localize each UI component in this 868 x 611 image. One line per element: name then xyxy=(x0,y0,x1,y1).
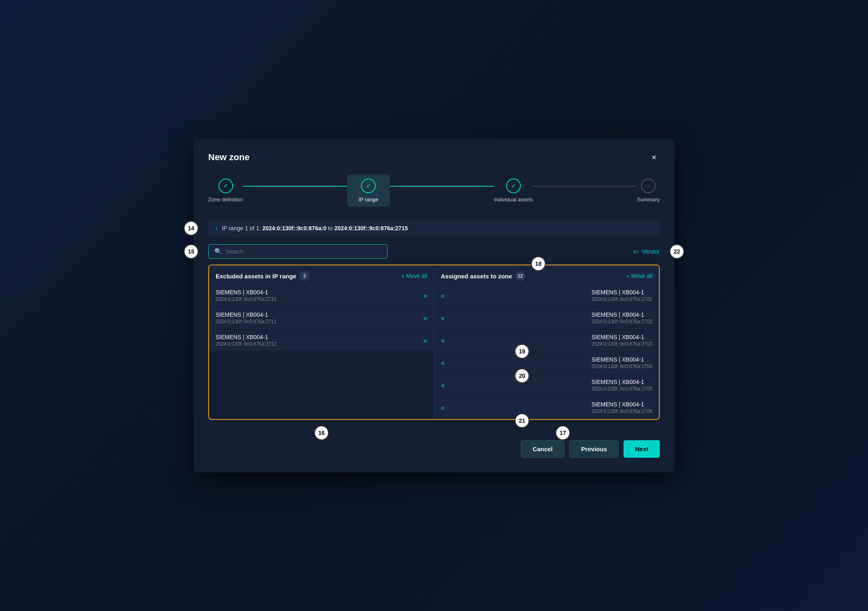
previous-button[interactable]: Previous xyxy=(569,440,619,458)
cancel-button[interactable]: Cancel xyxy=(521,440,564,458)
main-content: ‹ IP range 1 of 1: 2024:0:130f::9c0:876a… xyxy=(208,220,660,420)
step-label-3: Individual assets xyxy=(494,196,533,203)
search-input[interactable] xyxy=(225,248,381,255)
close-button[interactable]: × xyxy=(648,152,660,163)
step-zone-definition: ✓ Zone definition xyxy=(208,179,243,203)
assigned-item-3: « SIEMENS | XB004-1 2024:0:130f::9c0:876… xyxy=(434,330,659,351)
annotation-21: 21 xyxy=(515,413,529,428)
move-left-button-5[interactable]: « xyxy=(441,381,445,390)
assigned-item-6: « SIEMENS | XB004-1 2024:0:130f::9c0:876… xyxy=(434,397,659,418)
next-button[interactable]: Next xyxy=(623,440,660,458)
modal-title: New zone xyxy=(208,152,249,163)
step-connector-1 xyxy=(243,186,347,187)
assigned-panel-title: Assigned assets to zone 12 xyxy=(441,271,525,281)
assigned-item-2: « SIEMENS | XB004-1 2024:0:130f::9c0:876… xyxy=(434,307,659,329)
step-connector-3 xyxy=(533,186,637,187)
move-left-button-6[interactable]: « xyxy=(441,404,445,412)
step-circle-4: ○ xyxy=(641,179,656,193)
assigned-item-1: « SIEMENS | XB004-1 2024:0:130f::9c0:876… xyxy=(434,285,659,307)
background: New zone × ✓ Zone definition ✓ IP range … xyxy=(0,0,868,611)
annotation-16: 16 xyxy=(314,426,329,440)
ip-range-chevron[interactable]: ‹ xyxy=(216,225,218,232)
move-all-right-icon: » xyxy=(401,273,405,279)
annotation-19: 19 xyxy=(515,344,529,359)
move-right-button-1[interactable]: » xyxy=(423,291,427,300)
assigned-panel-header: Assigned assets to zone 12 « Move all xyxy=(434,265,659,285)
excluded-move-all-button[interactable]: » Move all xyxy=(401,273,427,279)
excluded-item-1: SIEMENS | XB004-1 2024:0:130f::9c0:876a:… xyxy=(209,285,434,307)
step-ip-range: ✓ IP range xyxy=(347,174,390,207)
step-label-2: IP range xyxy=(359,196,379,203)
excluded-count-badge: 3 xyxy=(300,271,309,281)
annotation-17: 17 xyxy=(555,426,570,440)
controls-row: 🔍 ≡↑ Vendor xyxy=(208,244,660,259)
annotation-22: 22 xyxy=(670,244,684,259)
footer-actions: Cancel Previous Next xyxy=(208,440,660,458)
step-circle-1: ✓ xyxy=(218,179,233,193)
search-box[interactable]: 🔍 xyxy=(208,244,388,259)
move-all-left-icon: « xyxy=(626,273,630,279)
move-right-button-3[interactable]: » xyxy=(423,336,427,345)
assigned-panel: Assigned assets to zone 12 « Move all « xyxy=(434,265,659,419)
assigned-move-all-button[interactable]: « Move all xyxy=(626,273,652,279)
excluded-item-2: SIEMENS | XB004-1 2024:0:130f::9c0:876a:… xyxy=(209,307,434,329)
vendor-icon: ≡↑ xyxy=(633,248,639,255)
stepper: ✓ Zone definition ✓ IP range ✓ Individua… xyxy=(208,174,660,207)
annotation-18: 18 xyxy=(531,256,546,271)
panels-wrapper: Excluded assets in IP range 3 » Move all xyxy=(208,265,660,420)
annotation-20: 20 xyxy=(515,368,529,383)
vendor-button[interactable]: ≡↑ Vendor xyxy=(633,248,660,255)
move-left-button-3[interactable]: « xyxy=(441,336,445,345)
step-label-1: Zone definition xyxy=(208,196,243,203)
step-connector-2 xyxy=(390,186,494,187)
move-right-button-2[interactable]: » xyxy=(423,314,427,322)
search-icon: 🔍 xyxy=(214,248,222,255)
move-left-button-4[interactable]: « xyxy=(441,359,445,367)
step-summary: ○ Summary xyxy=(637,179,660,203)
excluded-panel-header: Excluded assets in IP range 3 » Move all xyxy=(209,265,434,285)
step-label-4: Summary xyxy=(637,196,660,203)
assigned-count-badge: 12 xyxy=(516,271,525,281)
step-circle-3: ✓ xyxy=(506,179,521,193)
step-circle-2: ✓ xyxy=(361,179,376,193)
excluded-panel-title: Excluded assets in IP range 3 xyxy=(216,271,309,281)
annotation-14: 14 xyxy=(184,221,198,236)
excluded-item-3: SIEMENS | XB004-1 2024:0:130f::9c0:876a:… xyxy=(209,330,434,351)
modal-dialog: New zone × ✓ Zone definition ✓ IP range … xyxy=(194,139,674,472)
modal-header: New zone × xyxy=(208,152,660,163)
move-left-button-2[interactable]: « xyxy=(441,314,445,322)
assigned-item-5: « SIEMENS | XB004-1 2024:0:130f::9c0:876… xyxy=(434,375,659,396)
ip-range-bar: ‹ IP range 1 of 1: 2024:0:130f::9c0:876a… xyxy=(208,220,660,237)
assigned-item-4: « SIEMENS | XB004-1 2024:0:130f::9c0:876… xyxy=(434,352,659,374)
excluded-panel: Excluded assets in IP range 3 » Move all xyxy=(209,265,434,419)
step-individual-assets: ✓ Individual assets xyxy=(494,179,533,203)
move-left-button-1[interactable]: « xyxy=(441,291,445,300)
excluded-panel-list: SIEMENS | XB004-1 2024:0:130f::9c0:876a:… xyxy=(209,285,434,352)
annotation-15: 15 xyxy=(184,244,198,259)
panels-container: Excluded assets in IP range 3 » Move all xyxy=(208,265,660,420)
ip-range-text: IP range 1 of 1: 2024:0:130f::9c0:876a:0… xyxy=(222,225,408,232)
assigned-panel-list[interactable]: « SIEMENS | XB004-1 2024:0:130f::9c0:876… xyxy=(434,285,659,419)
